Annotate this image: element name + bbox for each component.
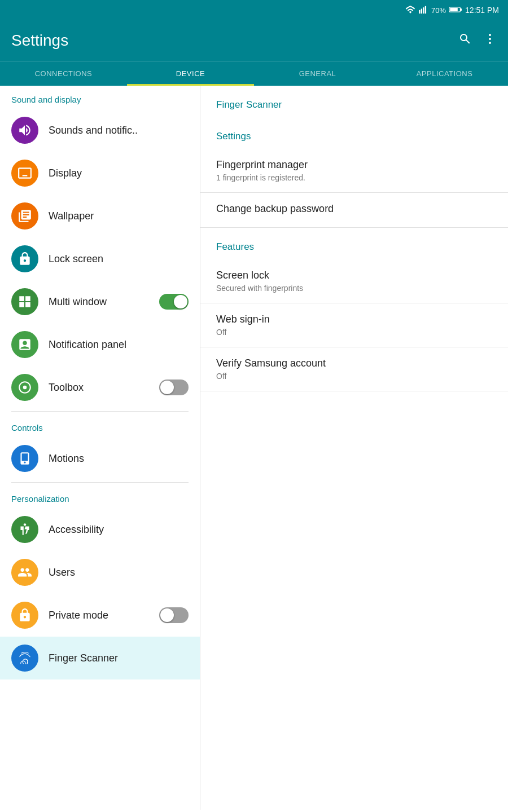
menu-item-display[interactable]: Display <box>0 152 200 195</box>
signal-icon <box>419 6 428 15</box>
wifi-icon <box>405 6 415 15</box>
right-item-web-sign-in[interactable]: Web sign-in Off <box>200 303 508 347</box>
web-sign-in-subtitle: Off <box>216 328 492 337</box>
sounds-icon <box>11 117 38 144</box>
display-label: Display <box>49 167 189 179</box>
menu-item-users[interactable]: Users <box>0 551 200 594</box>
section-sound-display: Sound and display <box>0 86 200 109</box>
header-actions <box>458 32 497 49</box>
notification-panel-label: Notification panel <box>49 339 189 351</box>
private-mode-toggle[interactable] <box>159 607 189 623</box>
menu-item-private-mode[interactable]: Private mode <box>0 594 200 637</box>
svg-point-7 <box>489 34 491 36</box>
menu-item-toolbox[interactable]: Toolbox <box>0 366 200 409</box>
svg-rect-2 <box>423 7 424 14</box>
multi-window-label: Multi window <box>49 296 159 308</box>
svg-point-11 <box>24 523 26 526</box>
notification-panel-icon <box>11 331 38 358</box>
motions-icon <box>11 445 38 472</box>
svg-point-8 <box>489 38 491 40</box>
battery-text: 70% <box>431 6 446 15</box>
tab-device[interactable]: DEVICE <box>127 61 254 86</box>
accessibility-icon <box>11 516 38 543</box>
multi-window-icon <box>11 288 38 315</box>
menu-item-sounds[interactable]: Sounds and notific.. <box>0 109 200 152</box>
display-icon <box>11 160 38 187</box>
lock-screen-icon <box>11 245 38 272</box>
right-panel: Finger Scanner Settings Fingerprint mana… <box>200 86 508 810</box>
change-backup-password-title: Change backup password <box>216 203 492 215</box>
users-icon <box>11 559 38 586</box>
status-icons: 70% 12:51 PM <box>405 6 499 15</box>
accessibility-label: Accessibility <box>49 524 189 536</box>
more-options-button[interactable] <box>483 32 497 49</box>
right-item-change-backup-password[interactable]: Change backup password <box>200 193 508 228</box>
users-label: Users <box>49 567 189 579</box>
menu-item-motions[interactable]: Motions <box>0 437 200 480</box>
lock-screen-label: Lock screen <box>49 253 189 265</box>
status-bar: 70% 12:51 PM <box>0 0 508 20</box>
verify-samsung-title: Verify Samsung account <box>216 358 492 369</box>
left-panel: Sound and display Sounds and notific.. D… <box>0 86 200 810</box>
right-item-fingerprint-manager[interactable]: Fingerprint manager 1 fingerprint is reg… <box>200 149 508 193</box>
private-mode-label: Private mode <box>49 610 159 621</box>
toolbox-toggle[interactable] <box>159 379 189 395</box>
tab-general[interactable]: GENERAL <box>254 61 381 86</box>
section-controls: Controls <box>0 414 200 437</box>
right-item-verify-samsung[interactable]: Verify Samsung account Off <box>200 347 508 391</box>
tab-connections[interactable]: CONNECTIONS <box>0 61 127 86</box>
verify-samsung-subtitle: Off <box>216 372 492 381</box>
svg-rect-1 <box>421 8 422 14</box>
menu-item-finger-scanner[interactable]: Finger Scanner <box>0 637 200 679</box>
menu-item-lock-screen[interactable]: Lock screen <box>0 237 200 280</box>
time: 12:51 PM <box>465 6 499 15</box>
divider-2 <box>11 482 189 483</box>
motions-label: Motions <box>49 453 189 465</box>
app-header: Settings <box>0 20 508 61</box>
toolbox-icon <box>11 374 38 401</box>
finger-scanner-label: Finger Scanner <box>49 652 189 664</box>
section-personalization: Personalization <box>0 485 200 508</box>
svg-point-10 <box>23 386 27 390</box>
right-item-screen-lock[interactable]: Screen lock Secured with fingerprints <box>200 259 508 303</box>
svg-rect-0 <box>419 10 420 13</box>
battery-icon <box>449 6 462 15</box>
svg-point-9 <box>489 42 491 44</box>
divider-1 <box>11 411 189 412</box>
fingerprint-manager-subtitle: 1 fingerprint is registered. <box>216 173 492 182</box>
menu-item-notification-panel[interactable]: Notification panel <box>0 323 200 366</box>
wallpaper-label: Wallpaper <box>49 210 189 222</box>
web-sign-in-title: Web sign-in <box>216 314 492 325</box>
svg-rect-5 <box>461 8 462 10</box>
svg-rect-6 <box>450 8 458 11</box>
menu-item-wallpaper[interactable]: Wallpaper <box>0 195 200 237</box>
multi-window-toggle[interactable] <box>159 294 189 310</box>
right-section-features: Features <box>200 228 508 259</box>
svg-rect-3 <box>425 6 426 13</box>
tab-applications[interactable]: APPLICATIONS <box>381 61 508 86</box>
wallpaper-icon <box>11 202 38 230</box>
right-section-finger-scanner: Finger Scanner <box>200 86 508 117</box>
nav-tabs: CONNECTIONS DEVICE GENERAL APPLICATIONS <box>0 61 508 86</box>
private-mode-icon <box>11 602 38 629</box>
app-title: Settings <box>11 32 68 50</box>
menu-item-multi-window[interactable]: Multi window <box>0 280 200 323</box>
sounds-label: Sounds and notific.. <box>49 125 189 136</box>
search-button[interactable] <box>458 32 472 49</box>
main-content: Sound and display Sounds and notific.. D… <box>0 86 508 810</box>
menu-item-accessibility[interactable]: Accessibility <box>0 508 200 551</box>
right-section-settings: Settings <box>200 117 508 149</box>
finger-scanner-icon <box>11 645 38 672</box>
screen-lock-title: Screen lock <box>216 270 492 281</box>
screen-lock-subtitle: Secured with fingerprints <box>216 284 492 293</box>
fingerprint-manager-title: Fingerprint manager <box>216 159 492 171</box>
toolbox-label: Toolbox <box>49 382 159 394</box>
